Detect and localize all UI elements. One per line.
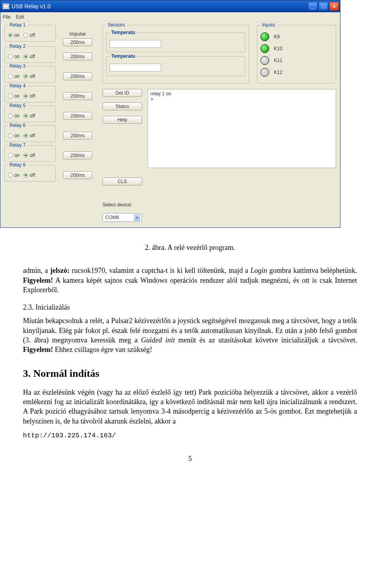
relay-group: Relay 5onoff — [4, 106, 56, 122]
impulse-button[interactable]: 200ms — [63, 38, 92, 46]
sensor-2-title: Temperatu — [110, 53, 137, 59]
relay-group: Relay 6onoff — [4, 125, 56, 142]
status-button[interactable]: Status — [103, 102, 142, 110]
radio-dot — [8, 33, 13, 38]
relay-off-radio[interactable]: off — [23, 74, 35, 79]
impulse-button[interactable]: 200ms — [63, 92, 92, 100]
select-device-value: COM6 — [105, 215, 119, 220]
input-led — [260, 44, 269, 53]
chevron-down-icon: ▾ — [134, 214, 140, 221]
figure-caption: 2. ábra. A relé vezérlő program. — [23, 243, 357, 252]
impulse-column: 200ms — [60, 46, 95, 61]
radio-label-off: off — [30, 32, 35, 38]
select-device[interactable]: COM6 ▾ — [103, 213, 142, 222]
paragraph-3: Ha az észlelésünk végén (vagy ha az előz… — [23, 388, 357, 426]
radio-label-on: on — [14, 74, 19, 79]
radio-label-off: off — [30, 172, 35, 178]
relay-off-radio[interactable]: off — [23, 172, 35, 178]
help-button[interactable]: Help — [103, 116, 142, 124]
impulse-button[interactable]: 200ms — [63, 171, 92, 179]
impulse-header: Impulse — [69, 31, 86, 37]
input-label: K10 — [274, 46, 282, 51]
relay-on-radio[interactable]: on — [8, 32, 19, 38]
relay-off-radio[interactable]: off — [23, 32, 35, 38]
impulse-button[interactable]: 200ms — [63, 112, 92, 120]
impulse-column: 200ms — [60, 66, 95, 80]
relay-legend: Relay 8 — [8, 162, 27, 168]
relay-off-radio[interactable]: off — [23, 54, 35, 59]
window-title: USB Relay v1.0 — [11, 3, 51, 9]
radio-label-on: on — [14, 54, 19, 59]
maximize-button[interactable]: □ — [319, 2, 328, 11]
radio-dot — [8, 153, 13, 158]
app-icon — [3, 4, 9, 9]
input-row: K10 — [260, 44, 332, 53]
radio-dot — [23, 173, 28, 178]
impulse-column: 200ms — [60, 125, 95, 140]
relay-column: Relay 1onoffImpulse200msRelay 2onoff200m… — [4, 25, 95, 222]
relay-legend: Relay 3 — [8, 63, 27, 69]
menu-file[interactable]: File — [3, 14, 10, 20]
relay-on-radio[interactable]: on — [8, 172, 19, 178]
relay-group: Relay 1onoff — [4, 25, 56, 42]
input-row: K12 — [260, 68, 332, 77]
radio-dot — [8, 94, 13, 98]
impulse-button[interactable]: 200ms — [63, 72, 92, 80]
radio-label-off: off — [30, 54, 35, 59]
radio-label-on: on — [14, 93, 19, 99]
url-line: http://193.225.174.163/ — [23, 431, 357, 441]
relay-group: Relay 7onoff — [4, 145, 56, 162]
radio-dot — [8, 54, 13, 59]
relay-on-radio[interactable]: on — [8, 153, 19, 158]
input-row: K9 — [260, 32, 332, 41]
relay-on-radio[interactable]: on — [8, 133, 19, 138]
page-number: 5 — [23, 454, 357, 463]
impulse-button[interactable]: 200ms — [63, 53, 92, 61]
sensor-2-value[interactable] — [110, 64, 161, 72]
minimize-button[interactable]: _ — [308, 2, 317, 11]
log-output[interactable]: relay 1 on > — [148, 89, 336, 168]
sensor-1-value[interactable] — [110, 40, 161, 48]
menubar: File Edit — [0, 12, 340, 22]
impulse-column: 200ms — [60, 165, 95, 179]
radio-dot — [8, 133, 13, 138]
radio-dot — [23, 74, 28, 79]
close-button[interactable]: × — [329, 2, 339, 11]
relay-group: Relay 8onoff — [4, 165, 56, 182]
input-label: K9 — [274, 34, 280, 40]
relay-on-radio[interactable]: on — [8, 54, 19, 59]
relay-off-radio[interactable]: off — [23, 153, 35, 158]
relay-on-radio[interactable]: on — [8, 74, 19, 79]
menu-edit[interactable]: Edit — [16, 14, 24, 20]
relay-legend: Relay 4 — [8, 83, 27, 89]
sensors-legend: Sensors — [106, 22, 127, 28]
paragraph-1: admin, a jelszó: rucsok1970, valamint a … — [23, 266, 357, 295]
impulse-column: 200ms — [60, 145, 95, 159]
relay-on-radio[interactable]: on — [8, 113, 19, 119]
sensor-2: Temperatu — [106, 56, 245, 76]
relay-legend: Relay 2 — [8, 43, 27, 49]
input-led — [260, 68, 269, 77]
sensor-1: Temperatu — [106, 32, 245, 52]
input-label: K12 — [274, 70, 282, 75]
relay-off-radio[interactable]: off — [23, 133, 35, 138]
input-row: K11 — [260, 56, 332, 65]
radio-label-on: on — [14, 133, 19, 138]
relay-off-radio[interactable]: off — [23, 113, 35, 119]
radio-label-off: off — [30, 93, 35, 99]
impulse-button[interactable]: 200ms — [63, 132, 92, 140]
sensors-group: Sensors Temperatu Temperatu — [103, 25, 249, 83]
radio-dot — [23, 133, 28, 138]
input-label: K11 — [274, 58, 282, 63]
relay-legend: Relay 1 — [8, 22, 27, 28]
radio-dot — [23, 94, 28, 98]
radio-label-off: off — [30, 113, 35, 119]
relay-legend: Relay 5 — [8, 103, 27, 108]
relay-on-radio[interactable]: on — [8, 93, 19, 99]
inputs-group: Inputs K9K10K11K12 — [257, 25, 336, 83]
get-id-button[interactable]: Get ID — [103, 89, 142, 97]
impulse-button[interactable]: 200ms — [63, 151, 92, 159]
radio-dot — [8, 74, 13, 79]
cls-button[interactable]: CLS — [103, 178, 142, 185]
relay-off-radio[interactable]: off — [23, 93, 35, 99]
